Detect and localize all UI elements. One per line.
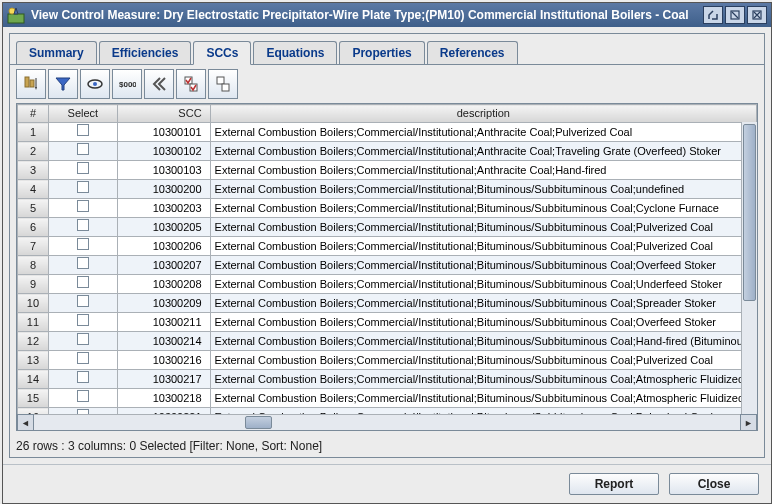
svg-rect-4 (25, 77, 29, 87)
show-hide-button[interactable] (80, 69, 110, 99)
horizontal-scrollbar[interactable]: ◄ ► (17, 414, 757, 430)
checkbox[interactable] (77, 314, 89, 326)
checkbox[interactable] (77, 124, 89, 136)
format-button[interactable]: $000 (112, 69, 142, 99)
scroll-right-icon[interactable]: ► (740, 414, 757, 431)
report-button[interactable]: Report (569, 473, 659, 495)
checkbox[interactable] (77, 181, 89, 193)
select-cell[interactable] (48, 218, 117, 237)
select-cell[interactable] (48, 370, 117, 389)
scc-cell: 10300217 (117, 370, 210, 389)
checkbox[interactable] (77, 219, 89, 231)
select-cell[interactable] (48, 199, 117, 218)
description-cell: External Combustion Boilers;Commercial/I… (210, 294, 756, 313)
table-row[interactable]: 710300206External Combustion Boilers;Com… (18, 237, 757, 256)
checkbox[interactable] (77, 143, 89, 155)
button-bar: Report Close (3, 464, 771, 503)
select-cell[interactable] (48, 142, 117, 161)
checkbox[interactable] (77, 238, 89, 250)
scc-cell: 10300103 (117, 161, 210, 180)
table-row[interactable]: 210300102External Combustion Boilers;Com… (18, 142, 757, 161)
select-cell[interactable] (48, 294, 117, 313)
row-number: 4 (18, 180, 49, 199)
table-row[interactable]: 1310300216External Combustion Boilers;Co… (18, 351, 757, 370)
titlebar: View Control Measure: Dry Electrostatic … (3, 3, 771, 27)
table-row[interactable]: 1410300217External Combustion Boilers;Co… (18, 370, 757, 389)
description-cell: External Combustion Boilers;Commercial/I… (210, 332, 756, 351)
scc-cell: 10300216 (117, 351, 210, 370)
table-row[interactable]: 510300203External Combustion Boilers;Com… (18, 199, 757, 218)
checkbox[interactable] (77, 333, 89, 345)
tab-sccs[interactable]: SCCs (193, 41, 251, 65)
row-number: 5 (18, 199, 49, 218)
scc-cell: 10300218 (117, 389, 210, 408)
col-description[interactable]: description (210, 105, 756, 123)
select-cell[interactable] (48, 332, 117, 351)
row-number: 2 (18, 142, 49, 161)
description-cell: External Combustion Boilers;Commercial/I… (210, 237, 756, 256)
row-number: 3 (18, 161, 49, 180)
scc-cell: 10300207 (117, 256, 210, 275)
svg-rect-0 (8, 14, 24, 23)
tab-references[interactable]: References (427, 41, 518, 64)
checkbox[interactable] (77, 390, 89, 402)
description-cell: External Combustion Boilers;Commercial/I… (210, 142, 756, 161)
table-row[interactable]: 110300101External Combustion Boilers;Com… (18, 123, 757, 142)
sort-button[interactable] (16, 69, 46, 99)
row-number: 6 (18, 218, 49, 237)
col-rownum[interactable]: # (18, 105, 49, 123)
tab-summary[interactable]: Summary (16, 41, 97, 64)
reset-button[interactable] (144, 69, 174, 99)
select-cell[interactable] (48, 351, 117, 370)
clear-selection-button[interactable] (208, 69, 238, 99)
description-cell: External Combustion Boilers;Commercial/I… (210, 275, 756, 294)
select-cell[interactable] (48, 161, 117, 180)
checkbox[interactable] (77, 295, 89, 307)
row-number: 13 (18, 351, 49, 370)
table-row[interactable]: 810300207External Combustion Boilers;Com… (18, 256, 757, 275)
close-button[interactable]: Close (669, 473, 759, 495)
checkbox[interactable] (77, 371, 89, 383)
table-row[interactable]: 1510300218External Combustion Boilers;Co… (18, 389, 757, 408)
tab-equations[interactable]: Equations (253, 41, 337, 64)
select-cell[interactable] (48, 275, 117, 294)
table-row[interactable]: 410300200External Combustion Boilers;Com… (18, 180, 757, 199)
scc-cell: 10300206 (117, 237, 210, 256)
scc-table: # Select SCC description 110300101Extern… (17, 104, 757, 414)
tabstrip: Summary Efficiencies SCCs Equations Prop… (10, 34, 764, 65)
checkbox[interactable] (77, 162, 89, 174)
col-scc[interactable]: SCC (117, 105, 210, 123)
table-row[interactable]: 610300205External Combustion Boilers;Com… (18, 218, 757, 237)
select-cell[interactable] (48, 180, 117, 199)
description-cell: External Combustion Boilers;Commercial/I… (210, 161, 756, 180)
svg-point-7 (93, 82, 97, 86)
maximize-icon[interactable] (725, 6, 745, 24)
checkbox[interactable] (77, 200, 89, 212)
table-row[interactable]: 1110300211External Combustion Boilers;Co… (18, 313, 757, 332)
row-number: 1 (18, 123, 49, 142)
select-cell[interactable] (48, 389, 117, 408)
content-panel: Summary Efficiencies SCCs Equations Prop… (9, 33, 765, 458)
filter-button[interactable] (48, 69, 78, 99)
tab-properties[interactable]: Properties (339, 41, 424, 64)
checkbox[interactable] (77, 257, 89, 269)
row-number: 7 (18, 237, 49, 256)
table-row[interactable]: 1010300209External Combustion Boilers;Co… (18, 294, 757, 313)
table-row[interactable]: 310300103External Combustion Boilers;Com… (18, 161, 757, 180)
table-row[interactable]: 910300208External Combustion Boilers;Com… (18, 275, 757, 294)
close-icon[interactable] (747, 6, 767, 24)
select-cell[interactable] (48, 123, 117, 142)
select-cell[interactable] (48, 313, 117, 332)
checkbox[interactable] (77, 276, 89, 288)
col-select[interactable]: Select (48, 105, 117, 123)
select-cell[interactable] (48, 256, 117, 275)
vertical-scrollbar[interactable] (741, 122, 757, 414)
description-cell: External Combustion Boilers;Commercial/I… (210, 218, 756, 237)
minimize-icon[interactable] (703, 6, 723, 24)
table-row[interactable]: 1210300214External Combustion Boilers;Co… (18, 332, 757, 351)
select-all-button[interactable] (176, 69, 206, 99)
select-cell[interactable] (48, 237, 117, 256)
app-icon (7, 6, 25, 24)
tab-efficiencies[interactable]: Efficiencies (99, 41, 192, 64)
checkbox[interactable] (77, 352, 89, 364)
